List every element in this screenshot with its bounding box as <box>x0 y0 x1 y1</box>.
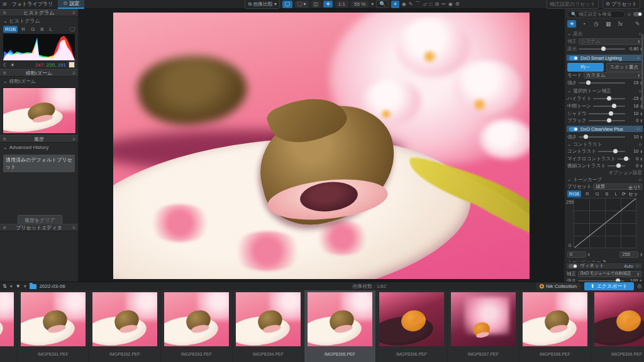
tab-color-icon[interactable]: ◔ <box>579 20 588 28</box>
curve-g-button[interactable]: G <box>594 190 601 197</box>
active-corrections-toggle[interactable] <box>633 12 642 16</box>
filter-icon[interactable]: ▼ <box>16 283 21 289</box>
display-select[interactable]: 🖵 ▾ <box>295 1 309 8</box>
exposure-mode-dropdown[interactable]: システム ▴▾ <box>579 38 642 45</box>
tab-geometry-icon[interactable]: ◷ <box>592 20 601 28</box>
star-icon[interactable]: ☆ <box>636 263 640 268</box>
tone-curve-plot[interactable] <box>574 198 636 248</box>
rating-dots[interactable]: ····· <box>334 348 345 351</box>
finecontrast-slider[interactable] <box>608 165 625 167</box>
curve-r-button[interactable]: R <box>584 190 591 197</box>
pan-button[interactable]: ✛ <box>323 1 333 8</box>
right-panel-scrollbar[interactable] <box>641 34 643 109</box>
channel-b-button[interactable]: B <box>38 26 45 33</box>
tab-fx-icon[interactable]: fx <box>616 20 625 28</box>
export-button[interactable]: ⬆ エクスポート <box>584 282 634 290</box>
curve-rgb-button[interactable]: RGB <box>567 190 581 197</box>
panzoom-sub-header[interactable]: ⌄ 移動/ズーム <box>0 77 78 86</box>
perspective-tool-icon[interactable]: ▱ <box>423 1 426 7</box>
rating-dots[interactable]: ····· <box>262 348 274 351</box>
thumbnail[interactable]: ····· IMGP8392.PEF <box>89 290 160 362</box>
vignette-mode-dropdown[interactable]: DxO モジュールで自動補正 ▴▾ <box>578 271 641 277</box>
app-grid-icon[interactable]: ⊞ <box>3 1 7 7</box>
histogram-menu-icon[interactable]: ≡ <box>72 10 75 16</box>
repair-tool-icon[interactable]: ✎ <box>409 1 413 7</box>
curve-b-button[interactable]: B <box>604 190 611 197</box>
sl-strength-slider[interactable] <box>579 82 625 84</box>
clearview-toggle[interactable] <box>569 127 578 131</box>
folder-date-label[interactable]: 2022-03-06 <box>40 283 65 289</box>
chevron-down-icon[interactable]: ⌄ <box>567 141 571 147</box>
chevron-down-icon[interactable]: ⌄ <box>567 31 571 36</box>
gear-tool-icon[interactable]: ⚙ <box>455 1 460 7</box>
stepper-icon[interactable]: ▴▾ <box>640 135 642 139</box>
history-menu-icon[interactable]: ≡ <box>72 136 75 142</box>
panzoom-section-header[interactable]: ✕ 移動/ズーム ≡ <box>0 69 78 77</box>
panzoom-collapse-icon[interactable]: ✕ <box>3 70 7 76</box>
histogram-sub-header[interactable]: ⌄ ヒストグラム <box>0 16 78 26</box>
uniform-button[interactable]: 均一 <box>567 63 604 72</box>
contrast-slider[interactable] <box>598 151 625 152</box>
nik-collection-button[interactable]: Nik Collection <box>536 283 580 290</box>
crop-tool-button[interactable]: ⌖ <box>391 1 399 8</box>
chevron-down-icon[interactable]: ⌄ <box>567 177 571 182</box>
thumbnail[interactable]: ····· IMGP8394.PEF <box>233 290 304 362</box>
spot-weighted-button[interactable]: スポット重点 <box>606 63 643 72</box>
stepper-icon[interactable]: ▴▾ <box>640 112 642 116</box>
highlight-clip-icon[interactable]: ☀ <box>10 62 14 68</box>
filter-caret-icon[interactable]: ▾ <box>24 283 26 289</box>
zoom-1to1-button[interactable]: 1:1 <box>335 1 348 8</box>
star-icon[interactable]: ☆ <box>638 177 642 182</box>
histogram-section-header[interactable]: ✕ ヒストグラム ≡ <box>0 9 78 16</box>
zoom-caret-icon[interactable]: ▾ <box>371 1 374 7</box>
tab-customize[interactable]: ⚙ 設定 <box>58 0 84 9</box>
rating-dots[interactable]: ····· <box>119 348 130 351</box>
rectangle-tool-icon[interactable]: □ <box>430 1 433 7</box>
rating-dots[interactable]: ····· <box>406 348 417 351</box>
histogram-collapse-icon[interactable]: ✕ <box>3 10 7 16</box>
sort-caret-icon[interactable]: ▾ <box>10 283 13 289</box>
stepper-icon[interactable]: ▴▾ <box>640 253 642 256</box>
advanced-history-row[interactable]: ⌄ Advanced History <box>0 143 78 152</box>
search-corrections-input[interactable]: 🔍 補正設定を検索 <box>567 11 625 18</box>
shadow-clip-icon[interactable]: ☾ <box>3 62 8 68</box>
tab-photolibrary[interactable]: フォトライブラリ <box>7 0 58 9</box>
rating-dots[interactable]: ····· <box>621 348 632 351</box>
channel-rgb-button[interactable]: RGB <box>3 26 18 33</box>
history-section-header[interactable]: ✕ 履歴 ≡ <box>0 135 78 143</box>
blacks-slider[interactable] <box>589 120 626 121</box>
print-icon[interactable]: ⎙ <box>638 283 641 290</box>
image-canvas[interactable] <box>79 9 564 282</box>
stepper-icon[interactable]: ▴▾ <box>640 150 642 153</box>
midtones-slider[interactable] <box>593 106 626 107</box>
smart-lighting-toggle[interactable] <box>569 56 578 60</box>
monitor-small-icon[interactable]: 🖵 <box>70 26 75 33</box>
eye-tool-icon[interactable]: ◉ <box>448 1 453 7</box>
splitview-button[interactable]: ◫ <box>311 1 321 8</box>
thumbnail[interactable]: ····· IMGP8391.PEF <box>18 290 89 362</box>
zoom-level-value[interactable]: 55 % <box>351 1 369 8</box>
stepper-icon[interactable]: ▴▾ <box>588 253 590 256</box>
thumbnail[interactable]: ····· IMGP8396.PEF <box>376 290 447 362</box>
star-icon[interactable]: ☆ <box>638 142 642 147</box>
rating-dots[interactable]: ····· <box>47 348 58 351</box>
channel-l-button[interactable]: L <box>48 26 54 33</box>
panzoom-preview[interactable] <box>3 87 76 134</box>
shadows-slider[interactable] <box>589 113 626 114</box>
compare-button[interactable]: ⧉ 画像比較 ▾ <box>245 0 280 9</box>
tab-detail-icon[interactable]: ▦ <box>604 20 613 28</box>
rating-dots[interactable]: ····· <box>191 348 202 351</box>
chevron-down-icon[interactable]: ⌄ <box>567 88 571 94</box>
curve-input-high[interactable]: 255 <box>619 251 638 258</box>
favorites-filter-icon[interactable]: ☆ <box>627 11 631 17</box>
curve-l-button[interactable]: L <box>613 190 619 197</box>
main-photo[interactable] <box>113 13 530 279</box>
tab-local-adjust-icon[interactable]: ✎ <box>633 20 642 28</box>
thumbnail-selected[interactable]: ····· IMGP8395.PEF <box>304 290 375 362</box>
sl-mode-dropdown[interactable]: カスタム ▴▾ <box>584 72 642 79</box>
channel-r-button[interactable]: R <box>19 26 27 33</box>
stepper-icon[interactable]: ▴▾ <box>640 157 642 161</box>
sort-icon[interactable]: ⇅ <box>3 283 7 289</box>
curve-undo-icon[interactable]: ⟳ <box>622 191 626 197</box>
stepper-icon[interactable]: ▴▾ <box>640 119 642 123</box>
